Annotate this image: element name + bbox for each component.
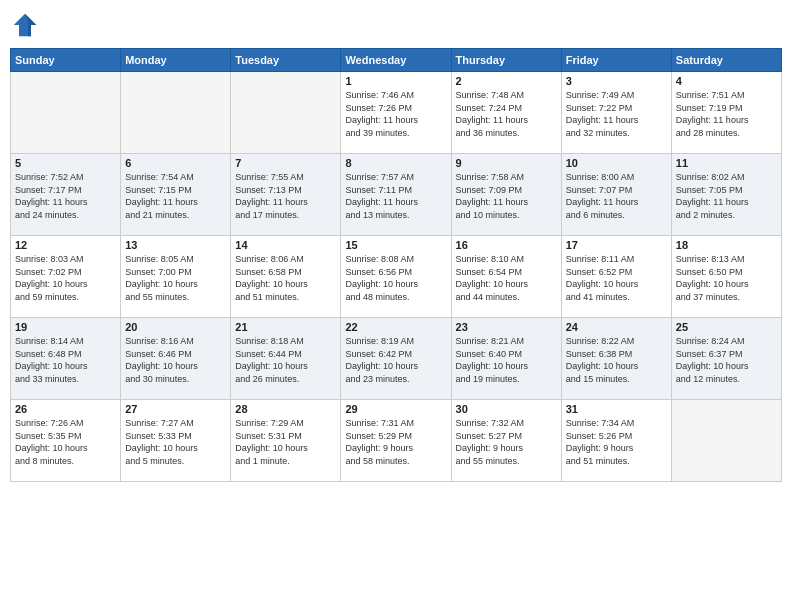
day-info: Sunrise: 8:19 AMSunset: 6:42 PMDaylight:… bbox=[345, 335, 446, 385]
day-info: Sunrise: 7:54 AMSunset: 7:15 PMDaylight:… bbox=[125, 171, 226, 221]
calendar-cell: 29Sunrise: 7:31 AMSunset: 5:29 PMDayligh… bbox=[341, 400, 451, 482]
day-number: 20 bbox=[125, 321, 226, 333]
day-number: 7 bbox=[235, 157, 336, 169]
calendar-cell: 6Sunrise: 7:54 AMSunset: 7:15 PMDaylight… bbox=[121, 154, 231, 236]
day-info: Sunrise: 8:00 AMSunset: 7:07 PMDaylight:… bbox=[566, 171, 667, 221]
day-number: 5 bbox=[15, 157, 116, 169]
day-info: Sunrise: 8:02 AMSunset: 7:05 PMDaylight:… bbox=[676, 171, 777, 221]
day-number: 22 bbox=[345, 321, 446, 333]
calendar-cell: 14Sunrise: 8:06 AMSunset: 6:58 PMDayligh… bbox=[231, 236, 341, 318]
day-number: 2 bbox=[456, 75, 557, 87]
day-number: 24 bbox=[566, 321, 667, 333]
day-info: Sunrise: 8:21 AMSunset: 6:40 PMDaylight:… bbox=[456, 335, 557, 385]
calendar-cell: 16Sunrise: 8:10 AMSunset: 6:54 PMDayligh… bbox=[451, 236, 561, 318]
calendar-week-row: 19Sunrise: 8:14 AMSunset: 6:48 PMDayligh… bbox=[11, 318, 782, 400]
calendar-cell: 18Sunrise: 8:13 AMSunset: 6:50 PMDayligh… bbox=[671, 236, 781, 318]
day-number: 15 bbox=[345, 239, 446, 251]
day-info: Sunrise: 8:08 AMSunset: 6:56 PMDaylight:… bbox=[345, 253, 446, 303]
calendar-header-wednesday: Wednesday bbox=[341, 49, 451, 72]
day-info: Sunrise: 7:55 AMSunset: 7:13 PMDaylight:… bbox=[235, 171, 336, 221]
day-info: Sunrise: 7:48 AMSunset: 7:24 PMDaylight:… bbox=[456, 89, 557, 139]
calendar-cell: 26Sunrise: 7:26 AMSunset: 5:35 PMDayligh… bbox=[11, 400, 121, 482]
day-info: Sunrise: 7:26 AMSunset: 5:35 PMDaylight:… bbox=[15, 417, 116, 467]
calendar-week-row: 12Sunrise: 8:03 AMSunset: 7:02 PMDayligh… bbox=[11, 236, 782, 318]
calendar-cell: 27Sunrise: 7:27 AMSunset: 5:33 PMDayligh… bbox=[121, 400, 231, 482]
day-number: 18 bbox=[676, 239, 777, 251]
day-info: Sunrise: 8:03 AMSunset: 7:02 PMDaylight:… bbox=[15, 253, 116, 303]
calendar-cell: 3Sunrise: 7:49 AMSunset: 7:22 PMDaylight… bbox=[561, 72, 671, 154]
calendar-cell bbox=[11, 72, 121, 154]
day-number: 8 bbox=[345, 157, 446, 169]
day-number: 3 bbox=[566, 75, 667, 87]
day-number: 12 bbox=[15, 239, 116, 251]
calendar-week-row: 5Sunrise: 7:52 AMSunset: 7:17 PMDaylight… bbox=[11, 154, 782, 236]
day-info: Sunrise: 8:13 AMSunset: 6:50 PMDaylight:… bbox=[676, 253, 777, 303]
day-info: Sunrise: 8:14 AMSunset: 6:48 PMDaylight:… bbox=[15, 335, 116, 385]
day-info: Sunrise: 7:34 AMSunset: 5:26 PMDaylight:… bbox=[566, 417, 667, 467]
day-info: Sunrise: 7:51 AMSunset: 7:19 PMDaylight:… bbox=[676, 89, 777, 139]
day-info: Sunrise: 7:31 AMSunset: 5:29 PMDaylight:… bbox=[345, 417, 446, 467]
calendar-cell: 15Sunrise: 8:08 AMSunset: 6:56 PMDayligh… bbox=[341, 236, 451, 318]
calendar-week-row: 1Sunrise: 7:46 AMSunset: 7:26 PMDaylight… bbox=[11, 72, 782, 154]
day-info: Sunrise: 8:10 AMSunset: 6:54 PMDaylight:… bbox=[456, 253, 557, 303]
day-info: Sunrise: 7:27 AMSunset: 5:33 PMDaylight:… bbox=[125, 417, 226, 467]
day-number: 11 bbox=[676, 157, 777, 169]
day-info: Sunrise: 8:22 AMSunset: 6:38 PMDaylight:… bbox=[566, 335, 667, 385]
calendar-cell: 4Sunrise: 7:51 AMSunset: 7:19 PMDaylight… bbox=[671, 72, 781, 154]
day-info: Sunrise: 8:16 AMSunset: 6:46 PMDaylight:… bbox=[125, 335, 226, 385]
day-number: 29 bbox=[345, 403, 446, 415]
page: SundayMondayTuesdayWednesdayThursdayFrid… bbox=[0, 0, 792, 612]
calendar-cell: 2Sunrise: 7:48 AMSunset: 7:24 PMDaylight… bbox=[451, 72, 561, 154]
day-number: 17 bbox=[566, 239, 667, 251]
calendar-cell: 17Sunrise: 8:11 AMSunset: 6:52 PMDayligh… bbox=[561, 236, 671, 318]
calendar-cell: 21Sunrise: 8:18 AMSunset: 6:44 PMDayligh… bbox=[231, 318, 341, 400]
header bbox=[10, 10, 782, 40]
day-number: 21 bbox=[235, 321, 336, 333]
day-info: Sunrise: 7:57 AMSunset: 7:11 PMDaylight:… bbox=[345, 171, 446, 221]
calendar-cell: 13Sunrise: 8:05 AMSunset: 7:00 PMDayligh… bbox=[121, 236, 231, 318]
calendar-cell: 1Sunrise: 7:46 AMSunset: 7:26 PMDaylight… bbox=[341, 72, 451, 154]
day-number: 27 bbox=[125, 403, 226, 415]
calendar-cell: 7Sunrise: 7:55 AMSunset: 7:13 PMDaylight… bbox=[231, 154, 341, 236]
calendar-cell: 31Sunrise: 7:34 AMSunset: 5:26 PMDayligh… bbox=[561, 400, 671, 482]
day-info: Sunrise: 7:29 AMSunset: 5:31 PMDaylight:… bbox=[235, 417, 336, 467]
day-number: 23 bbox=[456, 321, 557, 333]
day-number: 10 bbox=[566, 157, 667, 169]
day-info: Sunrise: 7:49 AMSunset: 7:22 PMDaylight:… bbox=[566, 89, 667, 139]
day-info: Sunrise: 8:24 AMSunset: 6:37 PMDaylight:… bbox=[676, 335, 777, 385]
calendar-cell: 5Sunrise: 7:52 AMSunset: 7:17 PMDaylight… bbox=[11, 154, 121, 236]
logo-icon bbox=[10, 10, 40, 40]
calendar-header-saturday: Saturday bbox=[671, 49, 781, 72]
calendar-week-row: 26Sunrise: 7:26 AMSunset: 5:35 PMDayligh… bbox=[11, 400, 782, 482]
day-number: 30 bbox=[456, 403, 557, 415]
calendar-header-monday: Monday bbox=[121, 49, 231, 72]
calendar-cell: 19Sunrise: 8:14 AMSunset: 6:48 PMDayligh… bbox=[11, 318, 121, 400]
calendar-table: SundayMondayTuesdayWednesdayThursdayFrid… bbox=[10, 48, 782, 482]
day-info: Sunrise: 7:46 AMSunset: 7:26 PMDaylight:… bbox=[345, 89, 446, 139]
day-number: 28 bbox=[235, 403, 336, 415]
logo bbox=[10, 10, 42, 40]
day-number: 4 bbox=[676, 75, 777, 87]
calendar-cell bbox=[231, 72, 341, 154]
calendar-cell: 8Sunrise: 7:57 AMSunset: 7:11 PMDaylight… bbox=[341, 154, 451, 236]
calendar-cell: 11Sunrise: 8:02 AMSunset: 7:05 PMDayligh… bbox=[671, 154, 781, 236]
day-info: Sunrise: 8:05 AMSunset: 7:00 PMDaylight:… bbox=[125, 253, 226, 303]
calendar-cell bbox=[671, 400, 781, 482]
calendar-cell bbox=[121, 72, 231, 154]
day-number: 9 bbox=[456, 157, 557, 169]
calendar-header-thursday: Thursday bbox=[451, 49, 561, 72]
day-number: 26 bbox=[15, 403, 116, 415]
calendar-header-tuesday: Tuesday bbox=[231, 49, 341, 72]
day-info: Sunrise: 8:06 AMSunset: 6:58 PMDaylight:… bbox=[235, 253, 336, 303]
day-info: Sunrise: 7:52 AMSunset: 7:17 PMDaylight:… bbox=[15, 171, 116, 221]
day-info: Sunrise: 7:32 AMSunset: 5:27 PMDaylight:… bbox=[456, 417, 557, 467]
calendar-cell: 30Sunrise: 7:32 AMSunset: 5:27 PMDayligh… bbox=[451, 400, 561, 482]
day-number: 19 bbox=[15, 321, 116, 333]
calendar-header-friday: Friday bbox=[561, 49, 671, 72]
calendar-cell: 12Sunrise: 8:03 AMSunset: 7:02 PMDayligh… bbox=[11, 236, 121, 318]
day-info: Sunrise: 8:18 AMSunset: 6:44 PMDaylight:… bbox=[235, 335, 336, 385]
day-number: 1 bbox=[345, 75, 446, 87]
day-number: 31 bbox=[566, 403, 667, 415]
calendar-cell: 22Sunrise: 8:19 AMSunset: 6:42 PMDayligh… bbox=[341, 318, 451, 400]
day-info: Sunrise: 7:58 AMSunset: 7:09 PMDaylight:… bbox=[456, 171, 557, 221]
